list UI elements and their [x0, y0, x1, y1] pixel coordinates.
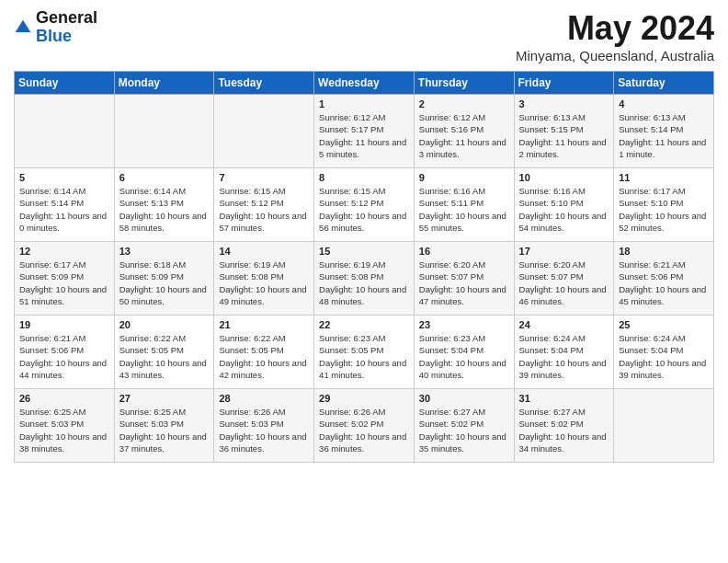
- calendar-cell: 4Sunrise: 6:13 AM Sunset: 5:14 PM Daylig…: [614, 95, 714, 168]
- calendar-cell: 10Sunrise: 6:16 AM Sunset: 5:10 PM Dayli…: [514, 168, 614, 242]
- calendar-cell: 30Sunrise: 6:27 AM Sunset: 5:02 PM Dayli…: [414, 389, 514, 463]
- cell-text: Sunrise: 6:19 AM Sunset: 5:08 PM Dayligh…: [319, 259, 409, 307]
- day-number: 27: [119, 393, 210, 404]
- day-number: 5: [19, 172, 109, 183]
- cell-text: Sunrise: 6:23 AM Sunset: 5:05 PM Dayligh…: [319, 332, 409, 381]
- day-number: 21: [219, 319, 309, 330]
- calendar-cell: 3Sunrise: 6:13 AM Sunset: 5:15 PM Daylig…: [514, 95, 614, 168]
- calendar-cell: [15, 95, 115, 168]
- day-number: 16: [419, 246, 509, 257]
- calendar-body: 1Sunrise: 6:12 AM Sunset: 5:17 PM Daylig…: [15, 95, 714, 463]
- day-number: 23: [419, 319, 509, 330]
- day-number: 25: [619, 319, 709, 330]
- cell-text: Sunrise: 6:16 AM Sunset: 5:10 PM Dayligh…: [519, 185, 609, 234]
- svg-marker-0: [16, 19, 31, 31]
- day-number: 17: [519, 246, 609, 257]
- cell-text: Sunrise: 6:15 AM Sunset: 5:12 PM Dayligh…: [219, 185, 309, 234]
- cell-text: Sunrise: 6:15 AM Sunset: 5:12 PM Dayligh…: [319, 185, 409, 234]
- day-number: 11: [619, 172, 709, 183]
- cell-text: Sunrise: 6:22 AM Sunset: 5:05 PM Dayligh…: [119, 332, 210, 381]
- header-sunday: Sunday: [15, 72, 115, 95]
- calendar-cell: [214, 95, 314, 168]
- cell-text: Sunrise: 6:18 AM Sunset: 5:09 PM Dayligh…: [119, 259, 210, 307]
- header-monday: Monday: [114, 72, 214, 95]
- calendar-table: SundayMondayTuesdayWednesdayThursdayFrid…: [14, 71, 714, 463]
- calendar-cell: 6Sunrise: 6:14 AM Sunset: 5:13 PM Daylig…: [114, 168, 214, 242]
- cell-text: Sunrise: 6:25 AM Sunset: 5:03 PM Dayligh…: [119, 406, 210, 454]
- calendar-cell: 28Sunrise: 6:26 AM Sunset: 5:03 PM Dayli…: [214, 389, 314, 463]
- calendar-cell: [114, 95, 214, 168]
- calendar-cell: 20Sunrise: 6:22 AM Sunset: 5:05 PM Dayli…: [114, 316, 214, 389]
- calendar-cell: 27Sunrise: 6:25 AM Sunset: 5:03 PM Dayli…: [114, 389, 214, 463]
- calendar-week-row: 12Sunrise: 6:17 AM Sunset: 5:09 PM Dayli…: [15, 242, 714, 316]
- day-number: 18: [619, 246, 709, 257]
- cell-text: Sunrise: 6:25 AM Sunset: 5:03 PM Dayligh…: [19, 406, 109, 454]
- day-number: 1: [319, 98, 409, 109]
- cell-text: Sunrise: 6:22 AM Sunset: 5:05 PM Dayligh…: [219, 332, 309, 381]
- logo-general: General: [36, 9, 97, 28]
- calendar-cell: 15Sunrise: 6:19 AM Sunset: 5:08 PM Dayli…: [314, 242, 415, 316]
- day-number: 13: [119, 246, 210, 257]
- cell-text: Sunrise: 6:21 AM Sunset: 5:06 PM Dayligh…: [619, 259, 709, 307]
- day-number: 24: [519, 319, 609, 330]
- day-number: 2: [419, 98, 509, 109]
- calendar-cell: 14Sunrise: 6:19 AM Sunset: 5:08 PM Dayli…: [214, 242, 314, 316]
- calendar-cell: 1Sunrise: 6:12 AM Sunset: 5:17 PM Daylig…: [314, 95, 415, 168]
- calendar-week-row: 1Sunrise: 6:12 AM Sunset: 5:17 PM Daylig…: [15, 95, 714, 168]
- cell-text: Sunrise: 6:12 AM Sunset: 5:17 PM Dayligh…: [319, 111, 409, 160]
- cell-text: Sunrise: 6:26 AM Sunset: 5:03 PM Dayligh…: [219, 406, 309, 454]
- calendar-cell: 24Sunrise: 6:24 AM Sunset: 5:04 PM Dayli…: [514, 316, 614, 389]
- cell-text: Sunrise: 6:19 AM Sunset: 5:08 PM Dayligh…: [219, 259, 309, 307]
- calendar-cell: 11Sunrise: 6:17 AM Sunset: 5:10 PM Dayli…: [614, 168, 714, 242]
- day-number: 28: [219, 393, 309, 404]
- cell-text: Sunrise: 6:13 AM Sunset: 5:15 PM Dayligh…: [519, 111, 609, 160]
- day-number: 29: [319, 393, 409, 404]
- calendar-week-row: 5Sunrise: 6:14 AM Sunset: 5:14 PM Daylig…: [15, 168, 714, 242]
- logo-icon: [14, 18, 32, 37]
- day-number: 9: [419, 172, 509, 183]
- calendar-cell: [614, 389, 714, 463]
- calendar-cell: 5Sunrise: 6:14 AM Sunset: 5:14 PM Daylig…: [15, 168, 115, 242]
- calendar-cell: 7Sunrise: 6:15 AM Sunset: 5:12 PM Daylig…: [214, 168, 314, 242]
- calendar-cell: 29Sunrise: 6:26 AM Sunset: 5:02 PM Dayli…: [314, 389, 415, 463]
- calendar-cell: 25Sunrise: 6:24 AM Sunset: 5:04 PM Dayli…: [614, 316, 714, 389]
- cell-text: Sunrise: 6:13 AM Sunset: 5:14 PM Dayligh…: [619, 111, 709, 160]
- cell-text: Sunrise: 6:14 AM Sunset: 5:14 PM Dayligh…: [19, 185, 109, 234]
- day-number: 31: [519, 393, 609, 404]
- cell-text: Sunrise: 6:24 AM Sunset: 5:04 PM Dayligh…: [619, 332, 709, 381]
- day-number: 14: [219, 246, 309, 257]
- calendar-header: SundayMondayTuesdayWednesdayThursdayFrid…: [15, 72, 714, 95]
- cell-text: Sunrise: 6:23 AM Sunset: 5:04 PM Dayligh…: [419, 332, 509, 381]
- header-row: SundayMondayTuesdayWednesdayThursdayFrid…: [15, 72, 714, 95]
- cell-text: Sunrise: 6:21 AM Sunset: 5:06 PM Dayligh…: [19, 332, 109, 381]
- cell-text: Sunrise: 6:12 AM Sunset: 5:16 PM Dayligh…: [419, 111, 509, 160]
- cell-text: Sunrise: 6:14 AM Sunset: 5:13 PM Dayligh…: [119, 185, 210, 234]
- day-number: 4: [619, 98, 709, 109]
- day-number: 15: [319, 246, 409, 257]
- calendar-cell: 16Sunrise: 6:20 AM Sunset: 5:07 PM Dayli…: [414, 242, 514, 316]
- header-wednesday: Wednesday: [314, 72, 415, 95]
- calendar-cell: 23Sunrise: 6:23 AM Sunset: 5:04 PM Dayli…: [414, 316, 514, 389]
- day-number: 20: [119, 319, 210, 330]
- day-number: 30: [419, 393, 509, 404]
- calendar-cell: 13Sunrise: 6:18 AM Sunset: 5:09 PM Dayli…: [114, 242, 214, 316]
- day-number: 12: [19, 246, 109, 257]
- cell-text: Sunrise: 6:20 AM Sunset: 5:07 PM Dayligh…: [519, 259, 609, 307]
- day-number: 6: [119, 172, 210, 183]
- calendar-cell: 12Sunrise: 6:17 AM Sunset: 5:09 PM Dayli…: [15, 242, 115, 316]
- calendar-cell: 18Sunrise: 6:21 AM Sunset: 5:06 PM Dayli…: [614, 242, 714, 316]
- logo: General Blue: [14, 9, 97, 46]
- logo-blue: Blue: [36, 28, 97, 46]
- day-number: 8: [319, 172, 409, 183]
- header-tuesday: Tuesday: [214, 72, 314, 95]
- day-number: 10: [519, 172, 609, 183]
- calendar-cell: 2Sunrise: 6:12 AM Sunset: 5:16 PM Daylig…: [414, 95, 514, 168]
- header-saturday: Saturday: [614, 72, 714, 95]
- cell-text: Sunrise: 6:27 AM Sunset: 5:02 PM Dayligh…: [519, 406, 609, 454]
- calendar-cell: 26Sunrise: 6:25 AM Sunset: 5:03 PM Dayli…: [15, 389, 115, 463]
- calendar-cell: 9Sunrise: 6:16 AM Sunset: 5:11 PM Daylig…: [414, 168, 514, 242]
- day-number: 7: [219, 172, 309, 183]
- logo-text: General Blue: [36, 9, 97, 46]
- cell-text: Sunrise: 6:16 AM Sunset: 5:11 PM Dayligh…: [419, 185, 509, 234]
- calendar-cell: 8Sunrise: 6:15 AM Sunset: 5:12 PM Daylig…: [314, 168, 415, 242]
